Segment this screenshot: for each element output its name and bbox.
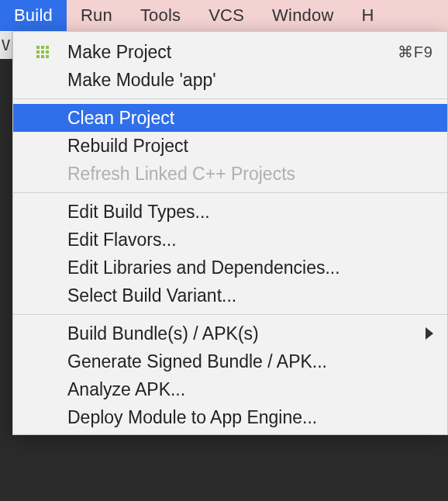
menu-item-refresh-cpp: Refresh Linked C++ Projects [13,160,447,188]
menubar: Build Run Tools VCS Window H [0,0,448,31]
menu-item-label: Clean Project [67,108,174,129]
menu-item-label: Edit Flavors... [67,230,177,250]
menu-help[interactable]: H [348,0,388,31]
menu-item-shortcut: ⌘F9 [398,43,433,61]
menu-separator [13,98,447,99]
menu-item-deploy-app-engine[interactable]: Deploy Module to App Engine... [13,403,447,431]
menu-separator [13,314,447,315]
menu-item-label: Edit Build Types... [67,202,210,223]
menu-item-label: Make Project [67,42,171,63]
toolbar-letter: V [0,31,12,59]
menu-item-label: Generate Signed Bundle / APK... [67,351,327,372]
menu-item-label: Select Build Variant... [67,285,236,306]
menu-item-make-project[interactable]: Make Project ⌘F9 [13,38,447,66]
menu-build[interactable]: Build [0,0,67,31]
chevron-right-icon [426,327,433,340]
menu-item-select-build-variant[interactable]: Select Build Variant... [13,282,447,309]
menu-window[interactable]: Window [258,0,347,31]
menu-item-label: Make Module 'app' [67,70,216,91]
menu-vcs[interactable]: VCS [195,0,258,31]
menu-item-label: Refresh Linked C++ Projects [67,164,295,185]
grid-icon [33,43,52,61]
menu-item-analyze-apk[interactable]: Analyze APK... [13,375,447,403]
menu-item-generate-signed[interactable]: Generate Signed Bundle / APK... [13,347,447,375]
menu-item-edit-flavors[interactable]: Edit Flavors... [13,226,447,254]
menu-tools[interactable]: Tools [126,0,195,31]
menu-item-rebuild-project[interactable]: Rebuild Project [13,132,447,160]
menu-item-build-bundles-apks[interactable]: Build Bundle(s) / APK(s) [13,320,447,347]
menu-item-label: Analyze APK... [67,379,185,400]
menu-item-clean-project[interactable]: Clean Project [13,104,447,132]
menu-separator [13,192,447,193]
menu-item-edit-libraries[interactable]: Edit Libraries and Dependencies... [13,254,447,282]
menu-item-label: Build Bundle(s) / APK(s) [67,323,259,344]
menu-item-label: Rebuild Project [67,136,188,157]
menu-run[interactable]: Run [67,0,126,31]
build-dropdown: Make Project ⌘F9 Make Module 'app' Clean… [12,31,448,435]
menu-item-make-module-app[interactable]: Make Module 'app' [13,66,447,94]
menu-item-edit-build-types[interactable]: Edit Build Types... [13,198,447,226]
menu-item-label: Edit Libraries and Dependencies... [67,257,340,278]
menu-item-label: Deploy Module to App Engine... [67,407,317,428]
